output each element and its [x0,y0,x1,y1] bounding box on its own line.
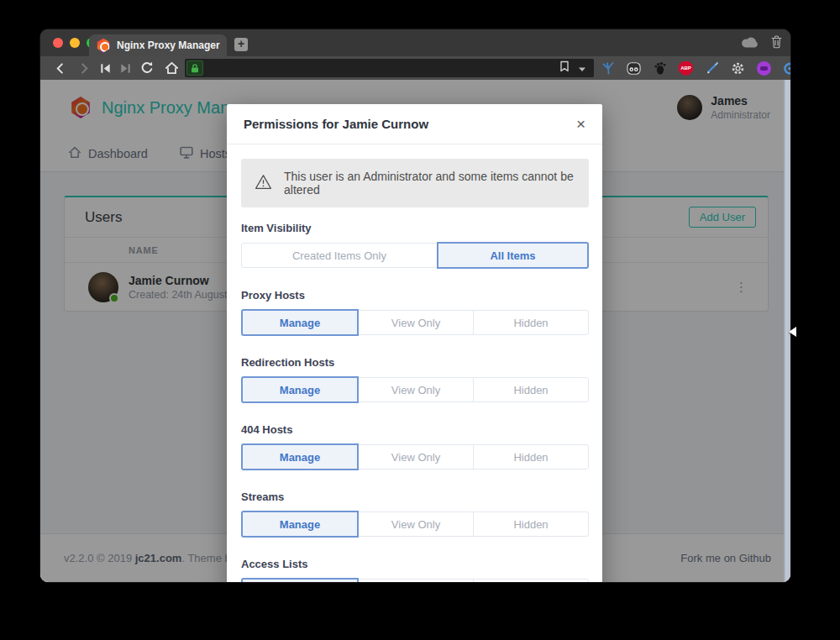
view-only-button[interactable]: View Only [358,579,474,582]
hidden-button[interactable]: Hidden [473,511,589,537]
modal-title: Permissions for Jamie Curnow [244,117,428,131]
close-window-button[interactable] [53,38,63,48]
skip-start-icon[interactable] [96,63,115,74]
admin-alert: This user is an Administrator and some i… [241,159,589,207]
all-items-button[interactable]: All Items [437,242,589,269]
permission-section-redirection-hosts: Redirection Hosts Manage View Only Hidde… [241,356,589,403]
npm-favicon-icon [97,39,110,53]
section-label: Redirection Hosts [241,356,589,369]
permissions-modal: Permissions for Jamie Curnow × This user… [227,104,602,582]
permission-section-proxy-hosts: Proxy Hosts Manage View Only Hidden [241,289,589,336]
extension-bar: ABP [601,56,790,80]
reload-icon[interactable] [135,61,158,75]
minimize-window-button[interactable] [70,38,80,48]
cloud-icon[interactable] [741,36,759,51]
permission-section-streams: Streams Manage View Only Hidden [241,490,589,538]
permission-button-group: Manage View Only Hidden [241,376,589,403]
manage-button[interactable]: Manage [241,443,359,470]
view-only-button[interactable]: View Only [358,444,474,470]
permission-button-group: Manage View Only Hidden [241,578,589,582]
section-label: Access Lists [241,558,589,570]
forward-icon[interactable] [72,62,96,75]
purple-extension-icon[interactable] [757,61,771,76]
browser-titlebar: Nginx Proxy Manager + [40,29,790,56]
manage-button[interactable]: Manage [241,511,359,538]
blue-fork-extension-icon[interactable] [601,61,615,76]
permission-section-access-lists: Access Lists Manage View Only Hidden [241,558,589,582]
hidden-button[interactable]: Hidden [473,444,589,470]
address-bar[interactable] [185,59,594,77]
tab-title: Nginx Proxy Manager [117,39,220,51]
skip-end-icon[interactable] [115,63,135,74]
new-tab-button[interactable]: + [234,38,248,51]
item-visibility-group: Created Items Only All Items [241,242,589,269]
bookmark-icon[interactable] [559,60,570,76]
ssl-lock-icon[interactable] [186,60,203,76]
sync-lock-extension-icon[interactable] [783,61,790,76]
permission-button-group: Manage View Only Hidden [241,309,589,336]
gnome-foot-extension-icon[interactable] [653,61,667,76]
manage-button[interactable]: Manage [241,309,359,336]
view-only-button[interactable]: View Only [358,511,474,537]
item-visibility-label: Item Visibility [241,222,589,234]
screen: Nginx Proxy Manager + [0,0,840,640]
hidden-button[interactable]: Hidden [473,310,589,335]
page-viewport: Nginx Proxy Manager James Administrator … [40,80,790,582]
hidden-button[interactable]: Hidden [473,377,589,402]
goggles-extension-icon[interactable] [627,61,641,76]
manage-button[interactable]: Manage [241,376,359,403]
back-icon[interactable] [47,62,72,75]
browser-home-icon[interactable] [158,61,185,75]
view-only-button[interactable]: View Only [358,310,474,335]
section-label: 404 Hosts [241,423,589,436]
close-icon[interactable]: × [576,118,585,130]
bookmark-caret-icon[interactable] [578,60,586,76]
mouse-cursor [789,327,796,337]
permission-button-group: Manage View Only Hidden [241,511,589,538]
permission-section-404-hosts: 404 Hosts Manage View Only Hidden [241,423,589,470]
created-items-only-button[interactable]: Created Items Only [241,243,438,268]
gear-extension-icon[interactable] [731,61,745,76]
section-label: Streams [241,490,589,503]
view-only-button[interactable]: View Only [358,377,474,402]
abp-extension-icon[interactable]: ABP [679,61,693,76]
permission-button-group: Manage View Only Hidden [241,443,589,470]
browser-tab[interactable]: Nginx Proxy Manager [89,34,227,56]
section-label: Proxy Hosts [241,289,589,302]
pen-extension-icon[interactable] [705,61,719,76]
hidden-button[interactable]: Hidden [473,579,589,582]
manage-button[interactable]: Manage [241,578,359,582]
trash-icon[interactable] [771,35,782,52]
browser-window: Nginx Proxy Manager + [40,29,790,582]
admin-alert-text: This user is an Administrator and some i… [284,170,575,197]
warning-icon [255,174,272,192]
browser-toolbar: ABP [40,56,790,80]
